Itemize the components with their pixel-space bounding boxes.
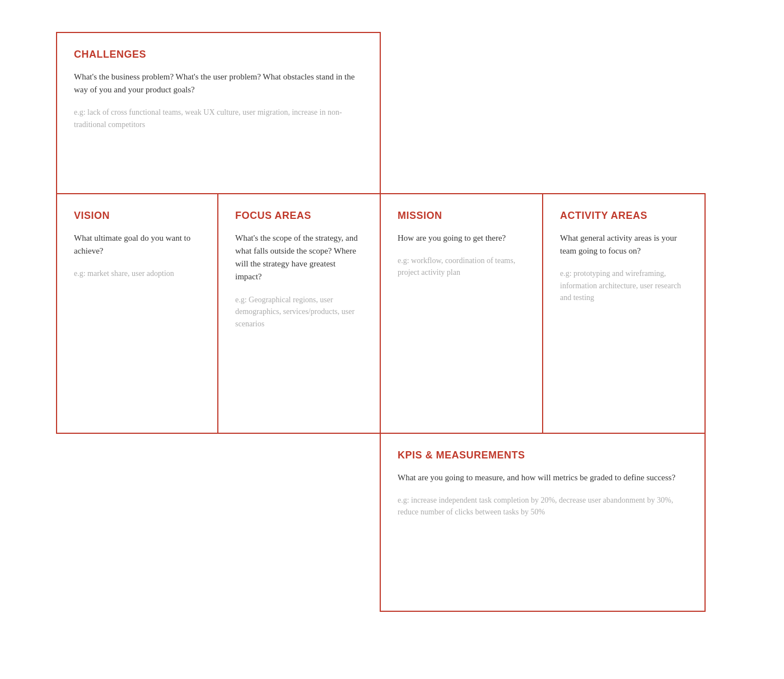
kpis-body: What are you going to measure, and how w…: [398, 471, 688, 484]
kpis-cell: KPIS & MEASUREMENTS What are you going t…: [380, 433, 706, 612]
focus-areas-title: FOCUS AREAS: [235, 210, 363, 222]
activity-areas-title: ACTIVITY AREAS: [560, 210, 688, 222]
kpis-example: e.g: increase independent task completio…: [398, 494, 688, 518]
activity-areas-cell: ACTIVITY AREAS What general activity are…: [542, 193, 706, 434]
focus-areas-body: What's the scope of the strategy, and wh…: [235, 232, 363, 284]
mission-example: e.g: workflow, coordination of teams, pr…: [398, 255, 525, 279]
mission-cell: MISSION How are you going to get there? …: [380, 193, 543, 434]
vision-example: e.g: market share, user adoption: [74, 268, 200, 280]
vision-title: VISION: [74, 210, 200, 222]
challenges-cell: CHALLENGES What's the business problem? …: [56, 32, 381, 194]
activity-areas-example: e.g: prototyping and wireframing, inform…: [560, 268, 688, 304]
mission-body: How are you going to get there?: [398, 232, 525, 245]
kpis-title: KPIS & MEASUREMENTS: [398, 449, 688, 461]
challenges-title: CHALLENGES: [74, 49, 363, 60]
vision-body: What ultimate goal do you want to achiev…: [74, 232, 200, 258]
mission-title: MISSION: [398, 210, 525, 222]
focus-areas-example: e.g: Geographical regions, user demograp…: [235, 294, 363, 330]
vision-cell: VISION What ultimate goal do you want to…: [56, 193, 218, 434]
focus-areas-cell: FOCUS AREAS What's the scope of the stra…: [217, 193, 381, 434]
activity-areas-body: What general activity areas is your team…: [560, 232, 688, 258]
strategy-canvas: CHALLENGES What's the business problem? …: [56, 32, 728, 648]
challenges-body: What's the business problem? What's the …: [74, 71, 363, 97]
challenges-example: e.g: lack of cross functional teams, wea…: [74, 106, 363, 130]
